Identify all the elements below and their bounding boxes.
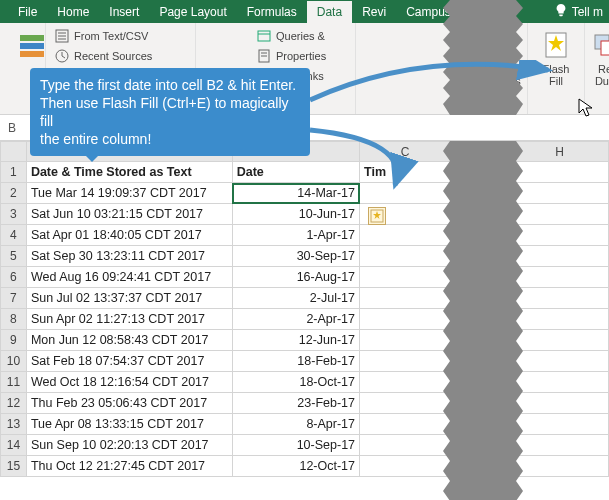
cell[interactable] (360, 372, 451, 393)
recent-sources-button[interactable]: Recent Sources (52, 47, 189, 65)
rowhdr[interactable]: 2 (1, 183, 27, 204)
tab-insert[interactable]: Insert (99, 1, 149, 23)
cell[interactable]: Sun Sep 10 02:20:13 CDT 2017 (26, 435, 232, 456)
cell-b2-selected[interactable]: 14-Mar-17 (232, 183, 359, 204)
cell[interactable]: Sat Apr 01 18:40:05 CDT 2017 (26, 225, 232, 246)
cell[interactable] (360, 435, 451, 456)
cell[interactable]: 8-Apr-17 (232, 414, 359, 435)
cell[interactable]: 12-Jun-17 (232, 330, 359, 351)
queries-label: Queries & (276, 30, 325, 42)
cell[interactable]: Sat Feb 18 07:54:37 CDT 2017 (26, 351, 232, 372)
cell[interactable] (510, 246, 608, 267)
cell[interactable] (510, 435, 608, 456)
colhdr-c[interactable]: C (360, 142, 451, 162)
cell[interactable]: 2-Apr-17 (232, 309, 359, 330)
cell[interactable]: Thu Feb 23 05:06:43 CDT 2017 (26, 393, 232, 414)
cell[interactable]: 30-Sep-17 (232, 246, 359, 267)
cell[interactable] (360, 225, 451, 246)
rowhdr[interactable]: 10 (1, 351, 27, 372)
cell[interactable] (510, 309, 608, 330)
cell[interactable]: Thu Oct 12 21:27:45 CDT 2017 (26, 456, 232, 477)
cell[interactable] (360, 183, 451, 204)
flash-fill-button[interactable]: Flash Fill (530, 27, 582, 89)
cell[interactable]: 2-Jul-17 (232, 288, 359, 309)
tab-formulas[interactable]: Formulas (237, 1, 307, 23)
cell[interactable]: Sun Apr 02 11:27:13 CDT 2017 (26, 309, 232, 330)
namebox[interactable]: B (8, 121, 16, 135)
cell[interactable] (510, 330, 608, 351)
rowhdr[interactable]: 14 (1, 435, 27, 456)
svg-rect-0 (20, 35, 44, 41)
recent-sources-label: Recent Sources (74, 50, 152, 62)
tellme[interactable]: Tell m (554, 3, 609, 20)
properties-label: Properties (276, 50, 326, 62)
cell[interactable]: Tue Apr 08 13:33:15 CDT 2017 (26, 414, 232, 435)
cell[interactable]: Tue Mar 14 19:09:37 CDT 2017 (26, 183, 232, 204)
remove-dup-button[interactable]: Re Dup (585, 27, 609, 89)
cell[interactable] (360, 393, 451, 414)
cell[interactable]: Sun Jul 02 13:37:37 CDT 2017 (26, 288, 232, 309)
cell[interactable] (510, 288, 608, 309)
tab-home[interactable]: Home (47, 1, 99, 23)
cell[interactable]: Wed Oct 18 12:16:54 CDT 2017 (26, 372, 232, 393)
cell[interactable] (360, 246, 451, 267)
cell[interactable]: 16-Aug-17 (232, 267, 359, 288)
rowhdr[interactable]: 12 (1, 393, 27, 414)
cell-a1[interactable]: Date & Time Stored as Text (26, 162, 232, 183)
cell[interactable] (360, 267, 451, 288)
rowhdr[interactable]: 9 (1, 330, 27, 351)
cell[interactable]: 12-Oct-17 (232, 456, 359, 477)
rowhdr[interactable]: 13 (1, 414, 27, 435)
ribbon-group-flash-fill: Flash Fill (528, 23, 585, 114)
cell-h1[interactable] (510, 162, 608, 183)
cell-c1[interactable]: Tim (360, 162, 451, 183)
cell[interactable]: 10-Sep-17 (232, 435, 359, 456)
cell[interactable]: Mon Jun 12 08:58:43 CDT 2017 (26, 330, 232, 351)
rowhdr[interactable]: 3 (1, 204, 27, 225)
select-all[interactable] (1, 142, 27, 162)
rowhdr[interactable]: 15 (1, 456, 27, 477)
tab-file[interactable]: File (8, 1, 47, 23)
cell[interactable] (360, 456, 451, 477)
cell[interactable]: 18-Feb-17 (232, 351, 359, 372)
cell[interactable] (510, 393, 608, 414)
cell[interactable]: 18-Oct-17 (232, 372, 359, 393)
tab-review[interactable]: Revi (352, 1, 396, 23)
queries-button[interactable]: Queries & (254, 27, 349, 45)
cell[interactable] (510, 183, 608, 204)
cell[interactable] (360, 414, 451, 435)
flash-fill-options-icon[interactable] (368, 207, 386, 225)
cell[interactable]: 1-Apr-17 (232, 225, 359, 246)
cell[interactable] (510, 267, 608, 288)
rowhdr[interactable]: 7 (1, 288, 27, 309)
rowhdr[interactable]: 6 (1, 267, 27, 288)
cell[interactable]: 10-Jun-17 (232, 204, 359, 225)
cell[interactable] (360, 309, 451, 330)
colhdr-h[interactable]: H (510, 142, 608, 162)
cell[interactable]: 23-Feb-17 (232, 393, 359, 414)
cell[interactable]: Wed Aug 16 09:24:41 CDT 2017 (26, 267, 232, 288)
cell[interactable] (360, 288, 451, 309)
cell[interactable] (510, 414, 608, 435)
rowhdr[interactable]: 1 (1, 162, 27, 183)
cell[interactable] (360, 351, 451, 372)
mouse-cursor-icon (578, 98, 594, 122)
tab-data[interactable]: Data (307, 1, 352, 23)
lightbulb-icon (554, 3, 568, 20)
rowhdr[interactable]: 8 (1, 309, 27, 330)
rowhdr[interactable]: 4 (1, 225, 27, 246)
rowhdr[interactable]: 11 (1, 372, 27, 393)
cell-b1[interactable]: Date (232, 162, 359, 183)
cell[interactable] (510, 204, 608, 225)
cell[interactable] (510, 456, 608, 477)
cell[interactable] (510, 351, 608, 372)
cell[interactable] (510, 372, 608, 393)
cell[interactable]: Sat Jun 10 03:21:15 CDT 2017 (26, 204, 232, 225)
cell[interactable] (510, 225, 608, 246)
tab-pagelayout[interactable]: Page Layout (149, 1, 236, 23)
from-text-csv-button[interactable]: From Text/CSV (52, 27, 189, 45)
properties-button[interactable]: Properties (254, 47, 349, 65)
rowhdr[interactable]: 5 (1, 246, 27, 267)
cell[interactable] (360, 330, 451, 351)
cell[interactable]: Sat Sep 30 13:23:11 CDT 2017 (26, 246, 232, 267)
